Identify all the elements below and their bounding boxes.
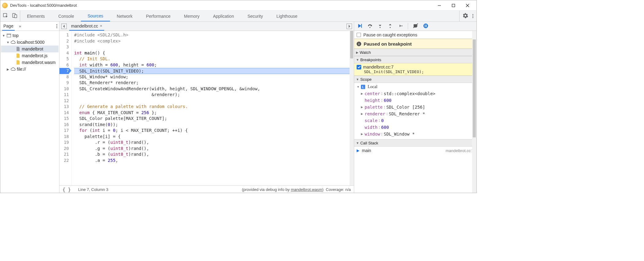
scope-var[interactable]: ▶window: SDL_Window * — [354, 131, 476, 137]
section-breakpoints[interactable]: ▼Breakpoints — [354, 56, 476, 63]
device-toggle-icon[interactable] — [12, 13, 17, 19]
devtools-toolbar: Elements Console Sources Network Perform… — [0, 11, 476, 22]
devtools-app-icon — [2, 3, 8, 8]
scope-var[interactable]: width: 600 — [354, 124, 476, 131]
coverage-status: Coverage: n/a — [326, 187, 351, 192]
editor-tab-mandelbrot-cc[interactable]: mandelbrot.cc × — [69, 22, 104, 31]
editor-tab-label: mandelbrot.cc — [71, 24, 98, 28]
editor-scrollbar[interactable] — [350, 31, 354, 185]
paused-banner: i Paused on breakpoint — [354, 39, 476, 49]
cursor-position: Line 7, Column 3 — [78, 187, 108, 192]
tab-console[interactable]: Console — [51, 11, 81, 21]
tree-file-mandelbrot-js[interactable]: mandelbrot.js — [1, 52, 59, 59]
editor-statusbar: { } Line 7, Column 3 (provided via debug… — [59, 185, 354, 193]
code-editor[interactable]: #include <SDL2/SDL.h>#include <complex>i… — [72, 31, 350, 185]
scope-var[interactable]: ▶renderer: SDL_Renderer * — [354, 110, 476, 117]
debug-info-source: (provided via debug info by mandelbrot.w… — [242, 187, 351, 192]
window-titlebar: DevTools - localhost:5000/mandelbrot — [0, 0, 476, 11]
breakpoint-checkbox[interactable] — [357, 65, 361, 69]
tab-sources[interactable]: Sources — [81, 11, 110, 21]
svg-point-15 — [423, 24, 428, 28]
scope-var[interactable]: ▶center: std::complex<double> — [354, 90, 476, 97]
line-gutter[interactable]: 12345678910111213141516171819202122 — [59, 31, 72, 185]
scope-content: ▼LLocal ▶center: std::complex<double>hei… — [354, 83, 476, 139]
step-over-button[interactable] — [367, 23, 373, 29]
tab-security[interactable]: Security — [241, 11, 270, 21]
editor-tab-close-icon[interactable]: × — [100, 24, 102, 28]
sidebar-more-icon[interactable] — [56, 24, 57, 28]
deactivate-breakpoints-button[interactable] — [413, 23, 418, 29]
tab-application[interactable]: Application — [206, 11, 241, 21]
breakpoint-snippet: SDL_Init(SDL_INIT_VIDEO); — [357, 69, 473, 74]
settings-gear-icon[interactable] — [463, 13, 468, 19]
info-icon: i — [357, 42, 361, 46]
resume-button[interactable] — [357, 23, 362, 29]
svg-point-10 — [369, 27, 370, 28]
scope-var[interactable]: ▶palette: SDL_Color [256] — [354, 104, 476, 110]
editor-pane: mandelbrot.cc × 123456789101112131415161… — [59, 22, 354, 193]
devtools-tabs: Elements Console Sources Network Perform… — [20, 11, 304, 21]
pause-on-exceptions-button[interactable] — [423, 23, 428, 29]
scope-var[interactable]: height: 600 — [354, 97, 476, 104]
svg-rect-1 — [452, 4, 455, 7]
local-badge-icon: L — [361, 85, 365, 89]
pause-on-caught-row[interactable]: Pause on caught exceptions — [354, 31, 476, 39]
debugger-scrollbar[interactable] — [472, 31, 476, 193]
tab-memory[interactable]: Memory — [177, 11, 206, 21]
tab-performance[interactable]: Performance — [139, 11, 177, 21]
inspect-element-icon[interactable] — [3, 13, 8, 19]
tree-file-scheme[interactable]: ▶ file:// — [1, 66, 59, 73]
svg-point-13 — [401, 25, 402, 26]
debugger-toolbar — [354, 22, 476, 31]
file-tree: ▼ top ▼ localhost:5000 mandelbrot mandel… — [0, 31, 59, 74]
step-button[interactable] — [398, 23, 403, 29]
callstack-frame-name: main — [362, 148, 371, 153]
cloud-icon — [11, 67, 16, 72]
tree-top[interactable]: ▼ top — [1, 32, 59, 39]
sources-sidebar: Page » ▼ top ▼ localhost:5000 mandelbrot… — [0, 22, 59, 193]
section-callstack[interactable]: ▼Call Stack — [354, 139, 476, 147]
tab-network[interactable]: Network — [110, 11, 139, 21]
pause-on-caught-checkbox[interactable] — [357, 33, 361, 37]
svg-point-11 — [380, 27, 381, 28]
scope-var[interactable]: scale: 0 — [354, 117, 476, 124]
more-menu-icon[interactable] — [472, 14, 473, 18]
cloud-icon — [11, 40, 16, 45]
step-out-button[interactable] — [388, 23, 393, 29]
svg-rect-17 — [426, 24, 427, 27]
window-title: DevTools - localhost:5000/mandelbrot — [10, 3, 77, 8]
tree-file-mandelbrot-wasm[interactable]: mandelbrot.wasm — [1, 59, 59, 66]
debugger-pane: Pause on caught exceptions i Paused on b… — [354, 22, 476, 193]
svg-rect-6 — [14, 15, 17, 18]
section-watch[interactable]: ▶Watch — [354, 49, 476, 56]
editor-nav-back-icon[interactable] — [61, 24, 67, 29]
step-into-button[interactable] — [377, 23, 383, 29]
svg-rect-7 — [7, 34, 11, 37]
document-icon — [16, 47, 21, 51]
tab-lighthouse[interactable]: Lighthouse — [270, 11, 304, 21]
section-scope[interactable]: ▼Scope — [354, 76, 476, 83]
pause-on-caught-label: Pause on caught exceptions — [363, 32, 417, 37]
tree-file-mandelbrot[interactable]: mandelbrot — [1, 46, 59, 52]
tree-host[interactable]: ▼ localhost:5000 — [1, 39, 59, 46]
tab-elements[interactable]: Elements — [20, 11, 51, 21]
debug-info-link[interactable]: mandelbrot.wasm — [291, 187, 322, 192]
svg-rect-16 — [425, 24, 425, 27]
sidebar-tabs-overflow-icon[interactable]: » — [19, 24, 21, 28]
editor-nav-forward-icon[interactable] — [347, 24, 352, 29]
window-maximize-button[interactable] — [446, 1, 460, 10]
window-minimize-button[interactable] — [432, 1, 446, 10]
window-close-button[interactable] — [460, 1, 475, 10]
breakpoint-label: mandelbrot.cc:7 — [363, 65, 394, 69]
current-frame-arrow-icon: ▶ — [357, 148, 359, 153]
sidebar-tab-page[interactable]: Page — [2, 22, 15, 31]
pretty-print-icon[interactable]: { } — [63, 187, 71, 192]
js-file-icon — [16, 53, 21, 58]
window-icon — [6, 33, 11, 38]
scope-local[interactable]: ▼LLocal — [354, 84, 476, 90]
svg-point-12 — [390, 27, 391, 28]
callstack-frame[interactable]: ▶ main mandelbrot.cc:7 — [354, 147, 476, 155]
breakpoint-item[interactable]: mandelbrot.cc:7 SDL_Init(SDL_INIT_VIDEO)… — [354, 63, 476, 76]
callstack-frame-location: mandelbrot.cc:7 — [446, 148, 474, 153]
svg-rect-9 — [361, 24, 362, 28]
